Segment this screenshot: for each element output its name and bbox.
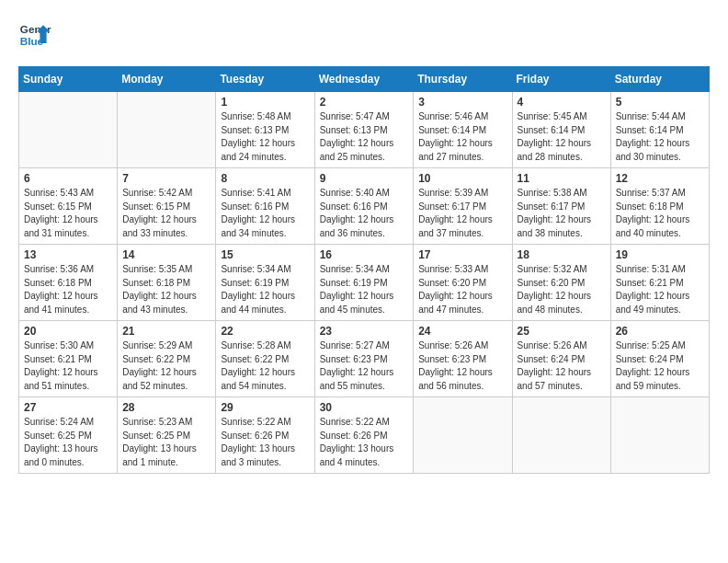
calendar-cell: 28Sunrise: 5:23 AM Sunset: 6:25 PM Dayli… [118, 397, 216, 474]
calendar-cell: 17Sunrise: 5:33 AM Sunset: 6:20 PM Dayli… [414, 245, 512, 321]
day-number: 13 [24, 248, 112, 261]
calendar-cell: 9Sunrise: 5:40 AM Sunset: 6:16 PM Daylig… [314, 168, 414, 245]
calendar-cell: 19Sunrise: 5:31 AM Sunset: 6:21 PM Dayli… [610, 245, 709, 321]
day-info: Sunrise: 5:26 AM Sunset: 6:23 PM Dayligh… [418, 339, 506, 393]
day-number: 4 [518, 96, 606, 109]
day-info: Sunrise: 5:26 AM Sunset: 6:24 PM Dayligh… [518, 339, 606, 393]
calendar-cell: 13Sunrise: 5:36 AM Sunset: 6:18 PM Dayli… [19, 245, 118, 321]
day-number: 24 [418, 325, 506, 338]
day-info: Sunrise: 5:44 AM Sunset: 6:14 PM Dayligh… [616, 110, 704, 164]
day-number: 23 [320, 325, 409, 338]
weekday-header-tuesday: Tuesday [216, 67, 314, 92]
day-info: Sunrise: 5:25 AM Sunset: 6:24 PM Dayligh… [616, 339, 704, 393]
calendar-cell: 26Sunrise: 5:25 AM Sunset: 6:24 PM Dayli… [610, 321, 709, 397]
calendar-week-row: 1Sunrise: 5:48 AM Sunset: 6:13 PM Daylig… [19, 92, 710, 168]
day-info: Sunrise: 5:33 AM Sunset: 6:20 PM Dayligh… [418, 263, 506, 316]
day-number: 1 [221, 96, 309, 109]
day-info: Sunrise: 5:23 AM Sunset: 6:25 PM Dayligh… [122, 416, 210, 469]
calendar-cell: 11Sunrise: 5:38 AM Sunset: 6:17 PM Dayli… [512, 168, 610, 245]
day-number: 15 [221, 248, 309, 261]
day-info: Sunrise: 5:48 AM Sunset: 6:13 PM Dayligh… [221, 110, 309, 164]
calendar-week-row: 27Sunrise: 5:24 AM Sunset: 6:25 PM Dayli… [19, 397, 710, 474]
calendar-cell [414, 397, 512, 474]
day-info: Sunrise: 5:40 AM Sunset: 6:16 PM Dayligh… [320, 187, 409, 240]
calendar-cell: 21Sunrise: 5:29 AM Sunset: 6:22 PM Dayli… [118, 321, 216, 397]
day-number: 12 [616, 172, 704, 185]
calendar-cell [118, 92, 216, 168]
day-info: Sunrise: 5:34 AM Sunset: 6:19 PM Dayligh… [320, 263, 409, 316]
logo: General Blue [18, 18, 51, 52]
calendar-cell: 1Sunrise: 5:48 AM Sunset: 6:13 PM Daylig… [216, 92, 314, 168]
day-info: Sunrise: 5:29 AM Sunset: 6:22 PM Dayligh… [122, 339, 210, 393]
weekday-header-wednesday: Wednesday [314, 67, 414, 92]
day-info: Sunrise: 5:43 AM Sunset: 6:15 PM Dayligh… [24, 187, 112, 240]
calendar-cell [512, 397, 610, 474]
day-number: 22 [221, 325, 309, 338]
day-number: 8 [221, 172, 309, 185]
calendar-cell: 24Sunrise: 5:26 AM Sunset: 6:23 PM Dayli… [414, 321, 512, 397]
day-info: Sunrise: 5:22 AM Sunset: 6:26 PM Dayligh… [221, 416, 309, 469]
day-number: 17 [418, 248, 506, 261]
day-info: Sunrise: 5:28 AM Sunset: 6:22 PM Dayligh… [221, 339, 309, 393]
logo-icon: General Blue [18, 18, 51, 52]
day-info: Sunrise: 5:27 AM Sunset: 6:23 PM Dayligh… [320, 339, 409, 393]
weekday-header-monday: Monday [118, 67, 216, 92]
calendar-cell [19, 92, 118, 168]
day-number: 19 [616, 248, 704, 261]
day-number: 26 [616, 325, 704, 338]
calendar-cell: 30Sunrise: 5:22 AM Sunset: 6:26 PM Dayli… [314, 397, 414, 474]
calendar-cell: 25Sunrise: 5:26 AM Sunset: 6:24 PM Dayli… [512, 321, 610, 397]
day-number: 25 [518, 325, 606, 338]
day-info: Sunrise: 5:45 AM Sunset: 6:14 PM Dayligh… [518, 110, 606, 164]
day-number: 6 [24, 172, 112, 185]
page-header: General Blue [18, 18, 710, 52]
day-number: 9 [320, 172, 409, 185]
calendar-cell: 7Sunrise: 5:42 AM Sunset: 6:15 PM Daylig… [118, 168, 216, 245]
day-number: 28 [122, 401, 210, 414]
day-info: Sunrise: 5:35 AM Sunset: 6:18 PM Dayligh… [122, 263, 210, 316]
weekday-header-thursday: Thursday [414, 67, 512, 92]
calendar-table: SundayMondayTuesdayWednesdayThursdayFrid… [18, 66, 710, 474]
day-number: 29 [221, 401, 309, 414]
calendar-cell: 4Sunrise: 5:45 AM Sunset: 6:14 PM Daylig… [512, 92, 610, 168]
calendar-cell: 15Sunrise: 5:34 AM Sunset: 6:19 PM Dayli… [216, 245, 314, 321]
day-info: Sunrise: 5:42 AM Sunset: 6:15 PM Dayligh… [122, 187, 210, 240]
calendar-cell: 2Sunrise: 5:47 AM Sunset: 6:13 PM Daylig… [314, 92, 414, 168]
calendar-cell: 6Sunrise: 5:43 AM Sunset: 6:15 PM Daylig… [19, 168, 118, 245]
calendar-cell: 5Sunrise: 5:44 AM Sunset: 6:14 PM Daylig… [610, 92, 709, 168]
day-info: Sunrise: 5:34 AM Sunset: 6:19 PM Dayligh… [221, 263, 309, 316]
calendar-cell: 16Sunrise: 5:34 AM Sunset: 6:19 PM Dayli… [314, 245, 414, 321]
day-info: Sunrise: 5:38 AM Sunset: 6:17 PM Dayligh… [518, 187, 606, 240]
day-info: Sunrise: 5:24 AM Sunset: 6:25 PM Dayligh… [24, 416, 112, 469]
day-number: 3 [418, 96, 506, 109]
day-info: Sunrise: 5:39 AM Sunset: 6:17 PM Dayligh… [418, 187, 506, 240]
day-number: 5 [616, 96, 704, 109]
day-info: Sunrise: 5:37 AM Sunset: 6:18 PM Dayligh… [616, 187, 704, 240]
calendar-cell: 10Sunrise: 5:39 AM Sunset: 6:17 PM Dayli… [414, 168, 512, 245]
calendar-week-row: 20Sunrise: 5:30 AM Sunset: 6:21 PM Dayli… [19, 321, 710, 397]
calendar-cell: 8Sunrise: 5:41 AM Sunset: 6:16 PM Daylig… [216, 168, 314, 245]
day-info: Sunrise: 5:31 AM Sunset: 6:21 PM Dayligh… [616, 263, 704, 316]
day-number: 27 [24, 401, 112, 414]
calendar-cell [610, 397, 709, 474]
day-number: 14 [122, 248, 210, 261]
day-info: Sunrise: 5:30 AM Sunset: 6:21 PM Dayligh… [24, 339, 112, 393]
day-number: 18 [518, 248, 606, 261]
weekday-header-friday: Friday [512, 67, 610, 92]
day-info: Sunrise: 5:36 AM Sunset: 6:18 PM Dayligh… [24, 263, 112, 316]
day-number: 30 [320, 401, 409, 414]
day-number: 20 [24, 325, 112, 338]
calendar-cell: 3Sunrise: 5:46 AM Sunset: 6:14 PM Daylig… [414, 92, 512, 168]
day-info: Sunrise: 5:22 AM Sunset: 6:26 PM Dayligh… [320, 416, 409, 469]
day-number: 16 [320, 248, 409, 261]
calendar-week-row: 6Sunrise: 5:43 AM Sunset: 6:15 PM Daylig… [19, 168, 710, 245]
calendar-week-row: 13Sunrise: 5:36 AM Sunset: 6:18 PM Dayli… [19, 245, 710, 321]
calendar-cell: 14Sunrise: 5:35 AM Sunset: 6:18 PM Dayli… [118, 245, 216, 321]
day-number: 21 [122, 325, 210, 338]
calendar-cell: 23Sunrise: 5:27 AM Sunset: 6:23 PM Dayli… [314, 321, 414, 397]
day-number: 2 [320, 96, 409, 109]
calendar-header-row: SundayMondayTuesdayWednesdayThursdayFrid… [19, 67, 710, 92]
calendar-cell: 29Sunrise: 5:22 AM Sunset: 6:26 PM Dayli… [216, 397, 314, 474]
day-info: Sunrise: 5:46 AM Sunset: 6:14 PM Dayligh… [418, 110, 506, 164]
day-info: Sunrise: 5:41 AM Sunset: 6:16 PM Dayligh… [221, 187, 309, 240]
